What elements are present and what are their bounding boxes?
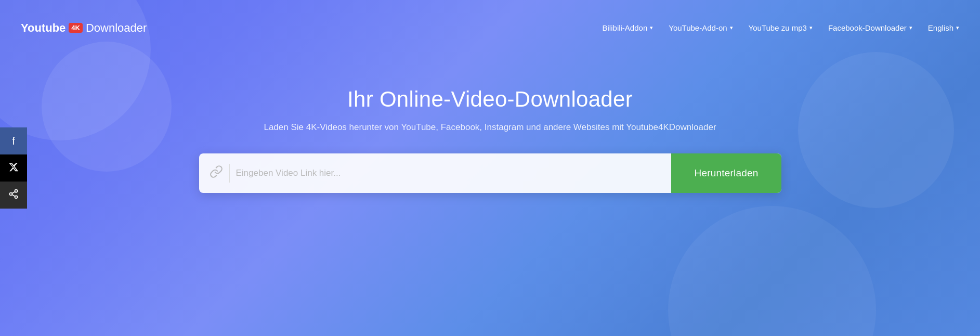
chevron-down-icon: ▾: [650, 24, 653, 31]
twitter-x-icon: [8, 162, 19, 175]
logo-4k-badge: 4K: [69, 23, 83, 33]
twitter-share-button[interactable]: [0, 154, 27, 182]
chevron-down-icon: ▾: [809, 24, 813, 31]
share-icon: [8, 189, 19, 202]
share-button[interactable]: [0, 182, 27, 209]
chevron-down-icon: ▾: [909, 24, 912, 31]
search-input-area: [199, 153, 672, 193]
hero-title: Ihr Online-Video-Downloader: [347, 87, 633, 112]
download-button[interactable]: Herunterladen: [671, 153, 781, 193]
svg-line-4: [12, 191, 15, 193]
logo-youtube-text: Youtube: [21, 21, 66, 35]
nav-item-bilibili[interactable]: Bilibili-Addon ▾: [603, 23, 654, 32]
nav-item-youtube-addon[interactable]: YouTube-Add-on ▾: [669, 23, 733, 32]
link-icon: [210, 165, 223, 182]
hero-subtitle: Laden Sie 4K-Videos herunter von YouTube…: [264, 122, 716, 133]
social-sidebar: f: [0, 127, 27, 209]
input-divider: [229, 164, 230, 183]
nav-item-youtube-mp3[interactable]: YouTube zu mp3 ▾: [749, 23, 813, 32]
facebook-icon: f: [12, 135, 15, 147]
facebook-share-button[interactable]: f: [0, 127, 27, 154]
nav-item-facebook-downloader[interactable]: Facebook-Downloader ▾: [828, 23, 912, 32]
chevron-down-icon: ▾: [956, 24, 959, 31]
hero-section: Youtube 4K Downloader Bilibili-Addon ▾ Y…: [0, 0, 980, 336]
nav-item-language[interactable]: English ▾: [928, 23, 959, 32]
logo-downloader-text: Downloader: [86, 21, 147, 35]
svg-line-3: [12, 195, 15, 196]
decorative-circle-3: [668, 206, 876, 336]
hero-content: Ihr Online-Video-Downloader Laden Sie 4K…: [0, 87, 980, 193]
search-container: Herunterladen: [199, 153, 781, 193]
chevron-down-icon: ▾: [730, 24, 733, 31]
navbar: Youtube 4K Downloader Bilibili-Addon ▾ Y…: [0, 0, 980, 56]
nav-links: Bilibili-Addon ▾ YouTube-Add-on ▾ YouTub…: [603, 23, 959, 32]
search-input[interactable]: [236, 168, 661, 178]
logo[interactable]: Youtube 4K Downloader: [21, 21, 147, 35]
